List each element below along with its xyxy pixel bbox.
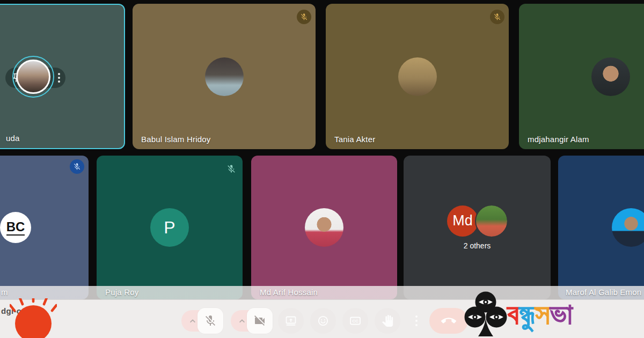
mic-muted-badge <box>490 10 504 24</box>
avatar-letter: P <box>164 218 175 238</box>
club-eyes-logo <box>463 289 509 338</box>
mic-muted-badge <box>297 10 311 24</box>
participant-tile[interactable]: Marof Al Galib Emon <box>558 156 644 299</box>
participant-tile[interactable]: Babul Islam Hridoy <box>133 4 316 149</box>
wordmark-segment: ন্ধু <box>519 297 535 330</box>
participant-name: m <box>1 288 8 297</box>
avatar: P <box>150 208 189 247</box>
present-screen-icon <box>284 314 297 327</box>
mic-off-icon <box>73 163 81 171</box>
wordmark-segment: স <box>535 297 550 330</box>
participant-name: Babul Islam Hridoy <box>141 135 210 144</box>
camera-toggle-button[interactable] <box>247 308 273 334</box>
hand-raise-icon <box>382 315 394 327</box>
more-options-button[interactable] <box>406 308 427 334</box>
participant-tile-overflow[interactable]: Md 2 others <box>404 156 551 299</box>
participant-tile[interactable]: Tania Akter <box>326 4 509 149</box>
participant-name: uda <box>6 134 20 143</box>
participant-tile[interactable]: P Puja Roy <box>97 156 243 299</box>
overflow-participants: Md 2 others <box>447 205 507 250</box>
mic-off-icon <box>226 164 236 174</box>
sun-logo <box>10 298 57 338</box>
mic-off-icon <box>300 13 308 21</box>
more-vertical-icon[interactable] <box>58 73 60 83</box>
participant-name: Puja Roy <box>105 288 138 297</box>
avatar <box>305 208 343 247</box>
participant-tile[interactable]: BC m <box>0 156 89 299</box>
avatar <box>476 205 507 237</box>
participant-tile-active-speaker[interactable]: uda <box>0 4 125 149</box>
mic-toggle-button[interactable] <box>197 308 223 334</box>
raise-hand-button[interactable] <box>375 308 400 334</box>
participant-name: Md Arif Hossain <box>260 288 318 297</box>
mic-muted-badge <box>70 159 84 174</box>
participant-name: mdjahangir Alam <box>528 135 589 144</box>
chevron-up-icon <box>237 315 247 326</box>
bondhushava-wordmark: বন্ধুসভা <box>507 294 573 334</box>
captions-button[interactable] <box>342 308 368 334</box>
captions-icon <box>349 314 362 327</box>
participant-name: Tania Akter <box>334 135 375 144</box>
participant-tile[interactable]: Md Arif Hossain <box>251 156 397 299</box>
present-screen-button[interactable] <box>278 308 304 334</box>
avatar <box>591 57 630 96</box>
mic-muted-badge <box>224 161 238 176</box>
participant-tile[interactable]: mdjahangir Alam <box>519 4 644 149</box>
avatar <box>205 57 244 96</box>
participant-name: Marof Al Galib Emon <box>566 288 641 297</box>
avatar-letter: Md <box>452 212 473 229</box>
avatar: Md <box>447 205 478 237</box>
overflow-count-label: 2 others <box>464 241 491 250</box>
avatar: BC <box>0 212 31 243</box>
reactions-button[interactable] <box>310 308 336 334</box>
wordmark-segment: ব <box>507 297 519 330</box>
video-call-window: uda Babul Islam Hridoy Tania Akter mdjah… <box>0 0 644 338</box>
end-call-icon <box>441 313 456 328</box>
avatar <box>612 208 644 247</box>
avatar <box>398 57 437 96</box>
avatar <box>16 60 50 94</box>
mic-off-icon <box>493 13 501 21</box>
active-speaker-ring <box>12 56 54 98</box>
avatar-logo-text: BC <box>6 219 25 236</box>
chevron-up-icon <box>187 315 198 326</box>
camera-off-icon <box>253 314 266 327</box>
mic-off-icon <box>204 314 217 327</box>
wordmark-segment: ভা <box>550 297 573 330</box>
emoji-icon <box>317 314 330 327</box>
